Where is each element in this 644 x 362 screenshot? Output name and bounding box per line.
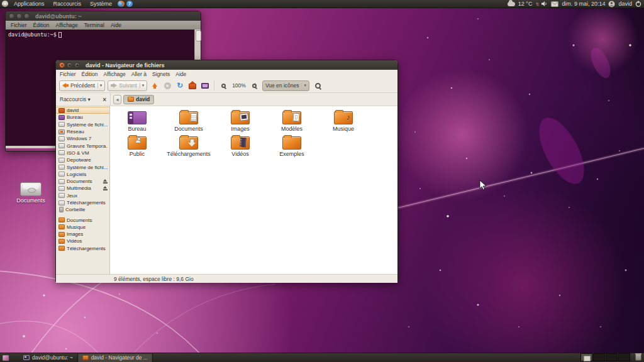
sidebar-item-reseau[interactable]: Réseau: [56, 128, 109, 135]
taskbar-window-file-manager[interactable]: david - Navigateur de ...: [77, 353, 153, 362]
show-desktop-button[interactable]: [1, 354, 10, 362]
fm-icon-view[interactable]: Bureau Documents Images Modèles ♪ Musiqu…: [110, 106, 397, 274]
file-documents[interactable]: Documents: [163, 110, 214, 135]
bottom-taskbar: david@ubuntu: ~ david - Navigateur de ..…: [0, 353, 644, 362]
file-bureau[interactable]: Bureau: [111, 110, 163, 135]
view-mode-dropdown[interactable]: Vue en icônes ▾: [262, 80, 309, 91]
back-dropdown-icon[interactable]: ▾: [97, 83, 103, 88]
terminal-menu-affichage[interactable]: Affichage: [56, 22, 78, 28]
sidebar-item-logiciels[interactable]: Logiciels: [56, 171, 109, 178]
fm-menu-signets[interactable]: Signets: [152, 71, 170, 77]
sidebar-item-filesystem-2[interactable]: Système de fichi...: [56, 163, 109, 170]
terminal-titlebar[interactable]: david@ubuntu: ~: [6, 11, 201, 21]
breadcrumb-back-button[interactable]: ◂: [113, 95, 121, 104]
power-icon[interactable]: [635, 1, 641, 7]
file-telechargements[interactable]: Téléchargements: [163, 135, 214, 160]
workspace-2[interactable]: [593, 353, 605, 361]
sidebar-item-images[interactable]: Images: [56, 231, 109, 238]
fm-minimize-button[interactable]: [67, 62, 72, 68]
fm-menu-affichage[interactable]: Affichage: [104, 71, 126, 77]
sidebar-item-multimedia[interactable]: Multimédia: [56, 185, 109, 192]
drive-icon: [58, 186, 65, 191]
firefox-icon[interactable]: [118, 1, 124, 7]
eject-icon[interactable]: [103, 179, 108, 184]
workspace-1[interactable]: [580, 353, 592, 361]
terminal-menu-terminal[interactable]: Terminal: [84, 22, 104, 28]
volume-icon[interactable]: [541, 1, 548, 7]
zoom-out-button[interactable]: −: [218, 80, 228, 91]
file-public[interactable]: Public: [111, 135, 163, 160]
forward-dropdown-icon[interactable]: ▾: [140, 83, 145, 88]
fm-menu-fichier[interactable]: Fichier: [60, 71, 76, 77]
breadcrumb-david[interactable]: david: [123, 95, 154, 104]
file-exemples[interactable]: Exemples: [266, 135, 318, 160]
file-modeles[interactable]: Modèles: [266, 110, 318, 135]
fm-maximize-button[interactable]: [74, 62, 80, 68]
sidebar-item-jeux[interactable]: Jeux: [56, 192, 109, 199]
workspace-3[interactable]: [606, 353, 618, 361]
stop-icon: ×: [164, 82, 171, 89]
drive-icon: [58, 165, 65, 170]
desktop-icon-documents[interactable]: Documents: [13, 182, 49, 204]
sidebar-header-dropdown[interactable]: Raccourcis ▾: [60, 96, 91, 102]
sidebar-item-gravure[interactable]: Gravure Tempora...: [56, 142, 109, 149]
file-images[interactable]: Images: [214, 110, 266, 135]
temperature-label: 12 °C: [518, 1, 533, 7]
terminal-cursor: [58, 32, 62, 38]
sidebar-item-documents-folder[interactable]: Documents: [56, 216, 109, 223]
stop-button[interactable]: ×: [162, 80, 172, 91]
sidebar-item-bureau[interactable]: Bureau: [56, 114, 109, 121]
search-button[interactable]: [313, 80, 323, 91]
terminal-maximize-button[interactable]: [24, 13, 30, 19]
sidebar-item-depotware[interactable]: Depotware: [56, 156, 109, 163]
mail-icon[interactable]: [551, 1, 558, 7]
sidebar-item-corbeille[interactable]: Corbeille: [56, 206, 109, 213]
sidebar-item-david[interactable]: david: [56, 107, 109, 114]
sidebar-item-videos[interactable]: Vidéos: [56, 238, 109, 244]
drive-icon: [58, 200, 65, 206]
file-videos[interactable]: Vidéos: [214, 135, 266, 160]
sidebar-item-iso-vm[interactable]: ISO & VM: [56, 150, 109, 156]
workspace-4[interactable]: [618, 353, 630, 361]
reload-button[interactable]: ↻: [175, 80, 185, 91]
clock-label[interactable]: dim. 9 mai, 20:14: [562, 1, 605, 7]
terminal-close-button[interactable]: [9, 13, 14, 19]
sidebar-item-telechargements-folder[interactable]: Téléchargements: [56, 245, 109, 252]
file-musique[interactable]: ♪ Musique: [318, 110, 369, 135]
fm-menu-aller-a[interactable]: Aller à: [131, 71, 147, 77]
menu-system[interactable]: Système: [87, 0, 115, 8]
sidebar-close-icon[interactable]: ×: [103, 96, 106, 103]
public-folder-icon: [128, 136, 147, 150]
terminal-menu-fichier[interactable]: Fichier: [11, 22, 27, 28]
fm-menu-edition[interactable]: Édition: [82, 71, 98, 77]
taskbar-window-terminal[interactable]: david@ubuntu: ~: [19, 353, 77, 362]
back-button[interactable]: Précédent ▾: [59, 80, 105, 91]
sidebar-item-musique[interactable]: Musique: [56, 224, 109, 231]
sidebar-item-documents-drive[interactable]: Documents: [56, 178, 109, 185]
zoom-in-button[interactable]: +: [250, 80, 260, 91]
menu-places[interactable]: Raccourcis: [50, 0, 85, 8]
home-button[interactable]: [187, 80, 197, 91]
fm-menu-aide[interactable]: Aide: [175, 71, 186, 77]
sidebar-item-filesystem[interactable]: Système de fichi...: [56, 121, 109, 128]
terminal-menu-aide[interactable]: Aide: [111, 22, 121, 28]
examples-folder-icon: [282, 136, 301, 150]
terminal-minimize-button[interactable]: [16, 13, 22, 19]
trash-applet-icon[interactable]: [635, 354, 641, 361]
user-name-label[interactable]: david: [618, 1, 632, 7]
ubuntu-logo-icon[interactable]: [2, 1, 8, 7]
user-menu-icon[interactable]: [608, 1, 615, 8]
file-manager-titlebar[interactable]: × david - Navigateur de fichiers: [56, 60, 397, 70]
weather-icon[interactable]: [508, 2, 515, 6]
sidebar-item-windows7[interactable]: Windows 7: [56, 135, 109, 142]
help-icon[interactable]: ?: [126, 1, 133, 7]
forward-button[interactable]: Suivant ▾: [108, 80, 147, 91]
eject-icon[interactable]: [103, 186, 108, 190]
network-traffic-icon[interactable]: ↑↓: [535, 1, 538, 7]
menu-applications[interactable]: Applications: [11, 0, 48, 8]
sidebar-item-telechargements-drive[interactable]: Téléchargements: [56, 199, 109, 206]
terminal-menu-edition[interactable]: Édition: [33, 22, 50, 28]
computer-button[interactable]: [200, 80, 210, 91]
up-button[interactable]: [150, 80, 160, 91]
fm-close-button[interactable]: ×: [59, 62, 65, 68]
